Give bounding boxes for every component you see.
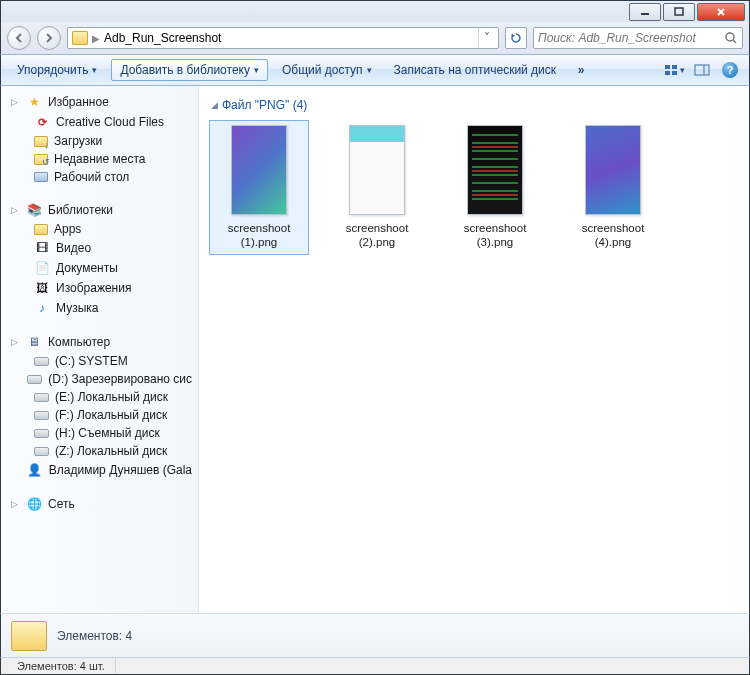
tree-item[interactable]: (F:) Локальный диск — [1, 406, 198, 424]
tree-item[interactable]: Рабочий стол — [1, 168, 198, 186]
file-item[interactable]: screenshoot (3).png — [445, 120, 545, 255]
svg-rect-10 — [695, 65, 709, 75]
pictures-icon: 🖼 — [34, 280, 50, 296]
tree-item-label: Недавние места — [54, 152, 145, 166]
expand-icon: ▷ — [11, 499, 20, 509]
address-dropdown-button[interactable]: ˅ — [478, 28, 494, 48]
add-to-library-button[interactable]: Добавить в библиотеку▾ — [111, 59, 268, 81]
address-bar[interactable]: ▶ Adb_Run_Screenshot ˅ — [67, 27, 499, 49]
recent-places-icon — [34, 154, 48, 165]
status-item-count: Элементов: 4 шт. — [7, 658, 116, 674]
view-options-button[interactable]: ▾ — [663, 59, 685, 81]
navigation-tree: ▷ ★ Избранное ⟳Creative Cloud FilesЗагру… — [1, 86, 199, 613]
tree-item[interactable]: Недавние места — [1, 150, 198, 168]
nav-row: ▶ Adb_Run_Screenshot ˅ Поиск: Adb_Run_Sc… — [0, 22, 750, 54]
tree-item[interactable]: 👤Владимир Дуняшев (Gala — [1, 460, 198, 480]
tree-item[interactable]: Загрузки — [1, 132, 198, 150]
tree-item[interactable]: ♪Музыка — [1, 298, 198, 318]
share-button[interactable]: Общий доступ▾ — [274, 60, 380, 80]
tree-header-network[interactable]: ▷ 🌐 Сеть — [1, 494, 198, 514]
file-name: screenshoot (1).png — [214, 221, 304, 250]
tree-header-computer[interactable]: ▷ 🖥 Компьютер — [1, 332, 198, 352]
tree-item[interactable]: (H:) Съемный диск — [1, 424, 198, 442]
file-thumbnail — [349, 125, 405, 215]
overflow-button[interactable]: » — [570, 59, 592, 81]
file-thumbnail — [585, 125, 641, 215]
user-icon: 👤 — [27, 462, 43, 478]
folder-icon — [11, 621, 47, 651]
organize-button[interactable]: Упорядочить▾ — [9, 60, 105, 80]
close-button[interactable] — [697, 3, 745, 21]
tree-item-label: (H:) Съемный диск — [55, 426, 160, 440]
burn-button[interactable]: Записать на оптический диск — [386, 60, 565, 80]
details-pane: Элементов: 4 — [0, 613, 750, 657]
tree-item-label: Владимир Дуняшев (Gala — [49, 463, 192, 477]
file-list-pane: ◢ Файл "PNG" (4) screenshoot (1).pngscre… — [199, 86, 749, 613]
tree-item-label: Рабочий стол — [54, 170, 129, 184]
help-icon: ? — [722, 62, 738, 78]
tree-item[interactable]: (D:) Зарезервировано сис — [1, 370, 198, 388]
tree-item-label: (D:) Зарезервировано сис — [48, 372, 192, 386]
computer-icon: 🖥 — [26, 334, 42, 350]
help-button[interactable]: ? — [719, 59, 741, 81]
tree-item-label: Музыка — [56, 301, 98, 315]
file-thumbnail — [467, 125, 523, 215]
expand-icon: ▷ — [11, 97, 20, 107]
svg-point-4 — [726, 33, 734, 41]
search-icon — [724, 31, 738, 45]
group-header[interactable]: ◢ Файл "PNG" (4) — [209, 94, 739, 120]
tree-item[interactable]: (C:) SYSTEM — [1, 352, 198, 370]
back-button[interactable] — [7, 26, 31, 50]
maximize-button[interactable] — [663, 3, 695, 21]
tree-item[interactable]: 📄Документы — [1, 258, 198, 278]
tree-item-label: (C:) SYSTEM — [55, 354, 128, 368]
collapse-icon: ◢ — [211, 100, 218, 110]
search-input[interactable]: Поиск: Adb_Run_Screenshot — [533, 27, 743, 49]
forward-button[interactable] — [37, 26, 61, 50]
drive-icon — [34, 429, 49, 438]
details-summary: Элементов: 4 — [57, 629, 132, 643]
command-bar: Упорядочить▾ Добавить в библиотеку▾ Общи… — [0, 54, 750, 86]
chevron-down-icon: ▾ — [367, 65, 372, 75]
documents-icon: 📄 — [34, 260, 50, 276]
tree-item[interactable]: (Z:) Локальный диск — [1, 442, 198, 460]
address-segment[interactable]: Adb_Run_Screenshot — [104, 31, 221, 45]
refresh-button[interactable] — [505, 27, 527, 49]
drive-icon — [34, 447, 49, 456]
tree-item[interactable]: Apps — [1, 220, 198, 238]
file-thumbnail — [231, 125, 287, 215]
network-icon: 🌐 — [26, 496, 42, 512]
preview-pane-button[interactable] — [691, 59, 713, 81]
svg-line-5 — [733, 40, 736, 43]
svg-rect-8 — [665, 71, 670, 75]
file-item[interactable]: screenshoot (2).png — [327, 120, 427, 255]
tree-item-label: Документы — [56, 261, 118, 275]
file-item[interactable]: screenshoot (1).png — [209, 120, 309, 255]
tree-item-label: Изображения — [56, 281, 131, 295]
tree-item-label: (F:) Локальный диск — [55, 408, 167, 422]
drive-icon — [27, 375, 42, 384]
svg-rect-1 — [675, 8, 683, 15]
tree-item-label: (Z:) Локальный диск — [55, 444, 167, 458]
minimize-button[interactable] — [629, 3, 661, 21]
chevron-down-icon: ▾ — [680, 65, 685, 75]
tree-item[interactable]: 🖼Изображения — [1, 278, 198, 298]
desktop-icon — [34, 172, 48, 182]
video-icon: 🎞 — [34, 240, 50, 256]
drive-icon — [34, 393, 49, 402]
tree-item[interactable]: (E:) Локальный диск — [1, 388, 198, 406]
tree-item-label: Загрузки — [54, 134, 102, 148]
tree-item[interactable]: 🎞Видео — [1, 238, 198, 258]
status-bar: Элементов: 4 шт. — [0, 657, 750, 675]
folder-icon — [34, 224, 48, 235]
chevron-down-icon: ▾ — [254, 65, 259, 75]
tree-header-favorites[interactable]: ▷ ★ Избранное — [1, 92, 198, 112]
chevron-down-icon: ▾ — [92, 65, 97, 75]
file-item[interactable]: screenshoot (4).png — [563, 120, 663, 255]
expand-icon: ▷ — [11, 337, 20, 347]
tree-header-libraries[interactable]: ▷ 📚 Библиотеки — [1, 200, 198, 220]
tree-item-label: (E:) Локальный диск — [55, 390, 168, 404]
tree-item[interactable]: ⟳Creative Cloud Files — [1, 112, 198, 132]
tree-item-label: Apps — [54, 222, 81, 236]
breadcrumb-separator-icon: ▶ — [92, 33, 100, 44]
